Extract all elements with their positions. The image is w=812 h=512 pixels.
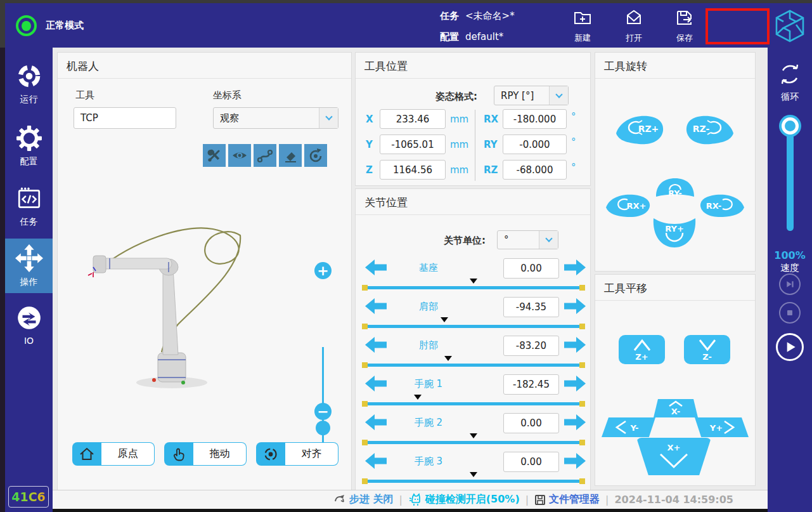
joint-increase-button[interactable] <box>564 414 586 430</box>
translate-x-minus-button[interactable]: X- <box>654 399 698 417</box>
zoom-out-button[interactable]: − <box>314 403 332 420</box>
joint-increase-button[interactable] <box>564 259 586 275</box>
chevron-down-icon <box>695 338 720 352</box>
joint-slider[interactable] <box>363 401 584 407</box>
reset-view-button[interactable] <box>304 144 327 167</box>
axis-label: X <box>366 114 373 125</box>
sidebar-item-operate[interactable]: 操作 <box>5 239 53 293</box>
loop-icon <box>776 60 804 88</box>
sidebar-item-run[interactable]: 运行 <box>5 59 53 108</box>
right-sidebar: 循环 100% 速度 <box>768 48 812 512</box>
left-edge-strip <box>0 48 5 512</box>
rotate-rx-plus-button[interactable]: RX+ <box>605 193 652 218</box>
tool-name-input[interactable]: TCP <box>74 107 176 129</box>
speed-slider-track[interactable] <box>787 125 794 231</box>
joint-slider[interactable] <box>363 285 584 291</box>
open-task-button[interactable]: 打开 <box>615 8 652 44</box>
joint-slider[interactable] <box>363 324 584 330</box>
eye-icon <box>231 147 248 164</box>
joint-value-input[interactable]: -182.45 <box>503 374 559 395</box>
joint-increase-button[interactable] <box>564 453 586 469</box>
y-value-input[interactable]: -1065.01 <box>380 135 446 154</box>
file-manager-icon <box>534 494 546 506</box>
joint-row-elbow: 肘部 -83.20 <box>356 335 590 358</box>
sidebar-item-task[interactable]: 任务 <box>5 181 53 231</box>
open-button-label: 打开 <box>626 32 642 44</box>
rotate-view-icon <box>307 147 325 164</box>
tools-icon <box>205 147 223 164</box>
new-folder-icon <box>573 8 592 27</box>
home-button[interactable]: 原点 <box>72 442 155 466</box>
joint-value-input[interactable]: 0.00 <box>503 413 559 433</box>
new-task-button[interactable]: 新建 <box>564 8 601 44</box>
rotate-rz-plus-button[interactable]: RZ+ <box>615 114 664 147</box>
rotate-rz-minus-button[interactable]: RZ- <box>685 114 735 147</box>
translate-x-plus-button[interactable]: X+ <box>636 438 711 475</box>
x-value-input[interactable]: 233.46 <box>380 109 446 129</box>
tools-button[interactable] <box>203 144 226 167</box>
align-target-icon <box>256 442 285 466</box>
robot-3d-viewport[interactable]: + − <box>64 172 346 437</box>
align-button[interactable]: 对齐 <box>256 442 338 466</box>
sidebar-item-io[interactable]: IO <box>5 300 53 350</box>
rotate-ry-minus-button[interactable]: RY- <box>654 177 697 199</box>
status-bar: 步进 关闭 | 碰撞检测开启(50%) | 文件管理器 | 2024-11-04… <box>53 490 768 509</box>
translate-y-plus-button[interactable]: Y+ <box>695 417 749 437</box>
ry-value-input[interactable]: -0.000 <box>503 135 567 154</box>
trajectory-button[interactable] <box>254 144 276 167</box>
tool-rotation-panel: 工具旋转 RZ+ RZ- RY- RX+ RX- <box>595 52 756 272</box>
pose-format-label: 姿态格式: <box>395 91 477 103</box>
file-manager-button[interactable]: 文件管理器 <box>534 493 600 506</box>
eraser-button[interactable] <box>279 144 302 167</box>
svg-text:X+: X+ <box>667 443 681 452</box>
play-button[interactable] <box>776 333 804 361</box>
unit-label: mm <box>450 164 468 176</box>
rz-value-input[interactable]: -68.000 <box>503 160 567 180</box>
joint-slider[interactable] <box>363 440 584 446</box>
joint-value-input[interactable]: 0.00 <box>503 452 559 472</box>
column-divider <box>475 110 475 181</box>
joint-slider[interactable] <box>363 478 584 485</box>
translate-z-plus-button[interactable]: Z+ <box>619 335 665 364</box>
speed-slider-knob[interactable] <box>782 117 799 135</box>
application-window: 正常模式 任务 <未命名>* 配置 default* 新建 打开 <box>0 0 812 512</box>
zoom-in-button[interactable]: + <box>314 262 332 279</box>
step-mode-status[interactable]: 步进 关闭 <box>334 493 394 506</box>
collision-detect-status[interactable]: 碰撞检测开启(50%) <box>408 493 520 507</box>
tool-translation-title: 工具平移 <box>604 281 647 296</box>
joint-increase-button[interactable] <box>564 298 586 314</box>
translate-y-minus-button[interactable]: Y- <box>602 417 655 437</box>
rotate-rx-minus-button[interactable]: RX- <box>699 193 745 218</box>
joint-increase-button[interactable] <box>564 376 586 391</box>
visibility-button[interactable] <box>228 144 251 167</box>
pose-format-select[interactable]: RPY [°] <box>494 86 569 105</box>
axis-label: Z <box>366 164 373 176</box>
z-value-input[interactable]: 1164.56 <box>380 160 446 180</box>
open-icon <box>624 8 643 27</box>
chevron-down-icon <box>549 86 568 105</box>
stop-button[interactable] <box>779 302 801 324</box>
unit-label: mm <box>450 139 468 150</box>
tool-rotation-title: 工具旋转 <box>604 59 647 74</box>
frame-select[interactable]: 观察 <box>213 107 338 129</box>
joint-unit-select[interactable]: ° <box>497 230 558 249</box>
rx-value-input[interactable]: -180.000 <box>503 109 567 129</box>
loop-toggle-button[interactable]: 循环 <box>768 60 812 103</box>
rotate-ry-plus-button[interactable]: RY+ <box>651 216 698 249</box>
drag-button-label: 拖动 <box>193 442 247 466</box>
sidebar-item-config[interactable]: 配置 <box>5 121 53 171</box>
svg-text:RY+: RY+ <box>665 224 684 233</box>
view-zoom-knob[interactable] <box>316 421 330 435</box>
drag-button[interactable]: 拖动 <box>164 442 247 466</box>
joint-increase-button[interactable] <box>564 337 586 353</box>
joint-value-input[interactable]: -94.35 <box>503 297 559 317</box>
step-forward-button[interactable] <box>779 273 801 295</box>
translate-z-minus-button[interactable]: Z- <box>684 335 730 364</box>
task-value: <未命名>* <box>465 10 515 22</box>
save-task-button[interactable]: 保存 <box>666 8 703 44</box>
joint-name: 肩部 <box>381 301 476 313</box>
joint-slider[interactable] <box>363 362 584 369</box>
joint-value-input[interactable]: 0.00 <box>503 258 559 279</box>
joint-name: 手腕 2 <box>381 417 476 429</box>
joint-value-input[interactable]: -83.20 <box>503 336 559 356</box>
